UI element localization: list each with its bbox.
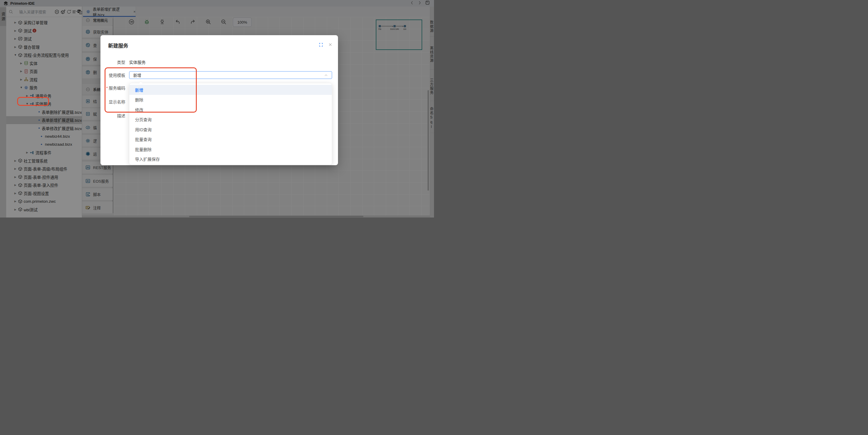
chevron-up-icon — [324, 73, 328, 79]
primeton-ide-window: Primeton-IDE 资源 AI En文 ▶采购订单管理▶测试!▶测试▶督办… — [0, 0, 434, 218]
dialog-title: 新建服务 — [108, 42, 128, 49]
dropdown-option[interactable]: 批量查询 — [129, 134, 332, 145]
type-label: 类型 — [100, 59, 125, 65]
annotation-box-entity-service — [17, 97, 49, 106]
dropdown-option[interactable]: 导入扩展保存 — [129, 154, 332, 164]
description-label: 描述 — [100, 113, 125, 119]
dropdown-option[interactable]: 分页查询 — [129, 115, 332, 125]
annotation-box-template-field — [104, 67, 197, 113]
dialog-close-icon[interactable] — [328, 42, 332, 48]
fullscreen-icon[interactable] — [319, 42, 323, 48]
type-value: 实体服务 — [129, 59, 146, 65]
dropdown-option[interactable]: 用ID查询 — [129, 124, 332, 134]
dropdown-option[interactable]: 批量删除 — [129, 144, 332, 154]
